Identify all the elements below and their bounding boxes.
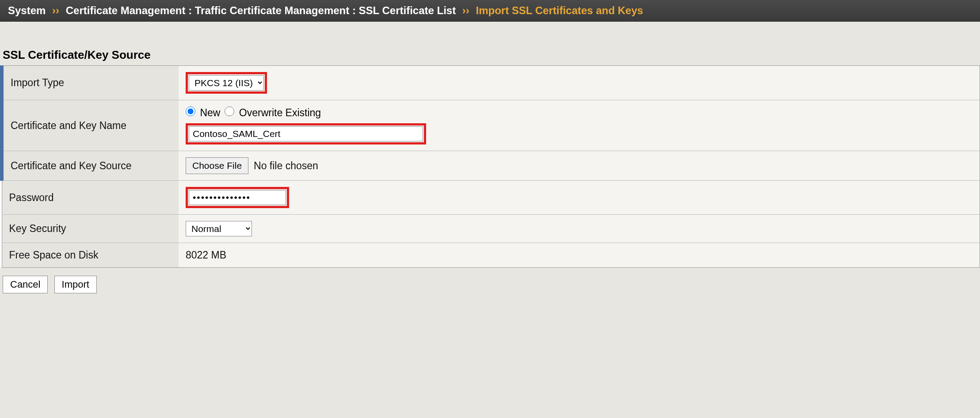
import-type-highlight: PKCS 12 (IIS) xyxy=(186,72,267,94)
cert-key-name-input[interactable] xyxy=(189,126,423,141)
cert-key-name-label: Certificate and Key Name xyxy=(2,100,179,151)
password-highlight xyxy=(186,187,289,208)
radio-new[interactable] xyxy=(186,106,195,116)
radio-new-label: New xyxy=(200,107,220,118)
breadcrumb-sep-icon: ›› xyxy=(52,4,59,16)
breadcrumb-root[interactable]: System xyxy=(8,4,46,16)
password-input[interactable] xyxy=(189,190,286,205)
radio-new-wrapper[interactable]: New xyxy=(186,106,220,119)
cancel-button[interactable]: Cancel xyxy=(3,276,48,293)
cert-key-source-label: Certificate and Key Source xyxy=(2,151,179,181)
section-title: SSL Certificate/Key Source xyxy=(0,48,980,65)
breadcrumb-path[interactable]: Certificate Management : Traffic Certifi… xyxy=(66,4,456,16)
ssl-source-form: Import Type PKCS 12 (IIS) Certificate an… xyxy=(0,65,980,268)
breadcrumb-current: Import SSL Certificates and Keys xyxy=(476,4,643,16)
radio-overwrite[interactable] xyxy=(225,106,234,116)
cert-key-name-radio-group: New Overwrite Existing xyxy=(186,106,972,119)
key-security-label: Key Security xyxy=(2,215,179,243)
action-bar: Cancel Import xyxy=(0,268,980,301)
radio-overwrite-wrapper[interactable]: Overwrite Existing xyxy=(225,106,321,119)
import-button[interactable]: Import xyxy=(54,276,97,293)
breadcrumb: System ›› Certificate Management : Traff… xyxy=(0,0,980,22)
import-type-select[interactable]: PKCS 12 (IIS) xyxy=(189,75,264,91)
free-space-label: Free Space on Disk xyxy=(2,243,179,268)
breadcrumb-sep-icon: ›› xyxy=(462,4,469,16)
import-type-label: Import Type xyxy=(2,66,179,100)
file-chosen-status: No file chosen xyxy=(254,160,318,172)
free-space-value: 8022 MB xyxy=(186,249,226,261)
cert-key-name-highlight xyxy=(186,123,426,144)
password-label: Password xyxy=(2,181,179,215)
radio-overwrite-label: Overwrite Existing xyxy=(239,107,321,118)
choose-file-button[interactable]: Choose File xyxy=(186,157,248,174)
key-security-select[interactable]: Normal xyxy=(186,221,252,236)
